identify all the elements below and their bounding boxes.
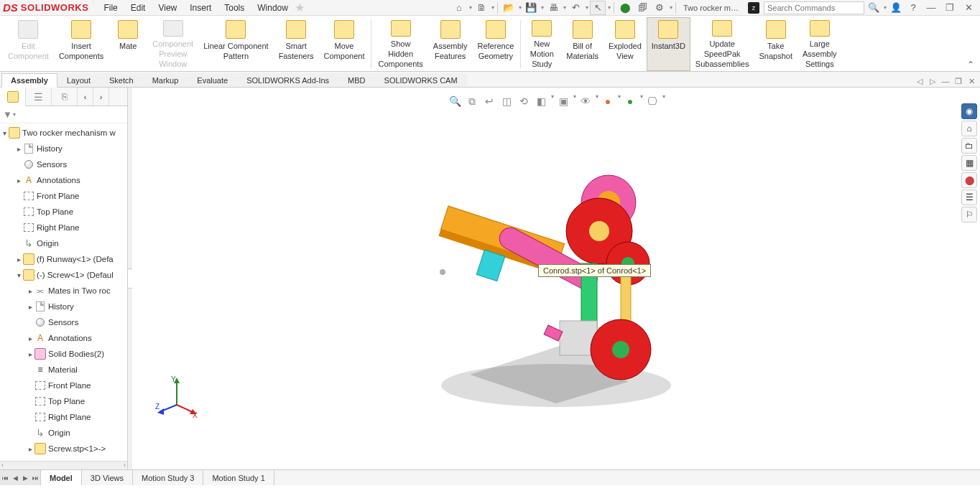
- view-orientation-icon[interactable]: ◧: [533, 93, 549, 109]
- view-settings-icon[interactable]: 🖵: [644, 93, 660, 109]
- cmd-tab-solidworks-cam[interactable]: SOLIDWORKS CAM: [375, 73, 467, 87]
- panel-next[interactable]: ›: [93, 88, 109, 106]
- home-icon[interactable]: ⌂: [451, 1, 467, 15]
- config-tab[interactable]: ⎘: [52, 88, 78, 106]
- ribbon-reference[interactable]: ReferenceGeometry: [473, 17, 519, 71]
- next-icon[interactable]: ▶: [20, 474, 30, 482]
- forum-icon[interactable]: ⚐: [961, 207, 977, 223]
- select-icon[interactable]: ↖: [590, 1, 606, 15]
- cmd-tab-mbd[interactable]: MBD: [338, 73, 374, 87]
- custom-props-icon[interactable]: ☰: [961, 189, 977, 205]
- feature-tree-tab[interactable]: [0, 88, 26, 106]
- previous-view-icon[interactable]: ↩: [481, 93, 497, 109]
- view-palette-icon[interactable]: ▦: [961, 155, 977, 171]
- tree-node[interactable]: ▸AAnnotations: [0, 172, 127, 188]
- solidworks-resources-icon[interactable]: ◉: [961, 103, 977, 119]
- expand-icon[interactable]: ▸: [26, 287, 34, 295]
- filter-dropdown-icon[interactable]: ▾: [13, 111, 16, 118]
- tree-node[interactable]: ▸History: [0, 141, 127, 156]
- zoom-area-icon[interactable]: ⧉: [464, 93, 480, 109]
- ribbon-take[interactable]: TakeSnapshot: [754, 17, 797, 71]
- cmd-tab-solidworks-add-ins[interactable]: SOLIDWORKS Add-Ins: [237, 73, 338, 87]
- tree-node[interactable]: Top Plane: [0, 204, 127, 220]
- ribbon-large[interactable]: LargeAssemblySettings: [798, 17, 842, 71]
- feature-tree[interactable]: ▾Two rocker mechanism w▸HistorySensors▸A…: [0, 123, 127, 461]
- viewport-close-icon[interactable]: ✕: [966, 75, 977, 87]
- tree-node[interactable]: ▸(f) Runway<1> (Defa: [0, 251, 127, 267]
- tree-node[interactable]: Sensors: [0, 156, 127, 172]
- expand-icon[interactable]: ▸: [26, 445, 34, 453]
- tree-node[interactable]: ↳Origin: [0, 235, 127, 251]
- options-icon[interactable]: ⚙: [652, 1, 667, 15]
- expand-icon[interactable]: ▸: [26, 350, 34, 358]
- tree-node[interactable]: Top Plane: [0, 393, 127, 409]
- ribbon-exploded[interactable]: ExplodedView: [604, 17, 647, 71]
- new-icon[interactable]: 🗎: [473, 1, 489, 15]
- viewport-next-icon[interactable]: ▷: [927, 75, 938, 87]
- open-icon[interactable]: 📂: [501, 1, 517, 15]
- tree-node[interactable]: ▾(-) Screw<1> (Defaul: [0, 267, 127, 283]
- expand-icon[interactable]: ▸: [14, 256, 23, 263]
- tree-root[interactable]: ▾Two rocker mechanism w: [0, 125, 127, 141]
- tree-node[interactable]: Front Plane: [0, 188, 127, 204]
- expand-icon[interactable]: ▸: [26, 334, 34, 342]
- window-close[interactable]: ✕: [960, 1, 977, 15]
- ribbon-insert[interactable]: InsertComponents: [54, 17, 108, 71]
- tree-node[interactable]: ↳Origin: [0, 425, 127, 441]
- cmd-tab-markup[interactable]: Markup: [143, 73, 188, 87]
- tree-node[interactable]: ▸Solid Bodies(2): [0, 346, 127, 362]
- ribbon-bill-of[interactable]: Bill ofMaterials: [561, 17, 604, 71]
- expand-icon[interactable]: ▸: [14, 177, 23, 184]
- last-icon[interactable]: ⏭: [30, 474, 40, 482]
- ribbon-new[interactable]: NewMotionStudy: [522, 17, 561, 71]
- menu-view[interactable]: View: [152, 1, 183, 14]
- menu-edit[interactable]: Edit: [124, 1, 152, 14]
- first-icon[interactable]: ⏮: [0, 474, 10, 482]
- bottom-tab-motion-study-1[interactable]: Motion Study 1: [203, 470, 274, 485]
- menu-insert[interactable]: Insert: [183, 1, 218, 14]
- ribbon-instant3d[interactable]: Instant3D: [647, 17, 690, 71]
- rebuild-icon[interactable]: ⬤: [617, 1, 633, 15]
- cmd-tab-assembly[interactable]: Assembly: [1, 73, 57, 88]
- ribbon-show[interactable]: ShowHiddenComponents: [373, 17, 427, 71]
- save-icon[interactable]: 💾: [523, 1, 539, 15]
- graphics-viewport[interactable]: 🔍 ⧉ ↩ ◫ ⟲ ◧▾ ▣▾ 👁▾ ●▾ ●▾ 🖵▾ ◉ ⌂ 🗀 ▦ ⬤ ☰ …: [132, 88, 980, 469]
- expand-icon[interactable]: ▾: [14, 271, 23, 279]
- ribbon-linear-component[interactable]: Linear ComponentPattern: [198, 17, 274, 71]
- window-minimize[interactable]: —: [923, 1, 940, 15]
- user-icon[interactable]: 👤: [888, 1, 904, 15]
- bottom-tab-model[interactable]: Model: [41, 470, 82, 485]
- ribbon-collapse-icon[interactable]: ⌃: [967, 60, 974, 70]
- hide-show-icon[interactable]: 👁: [578, 93, 593, 109]
- help-icon[interactable]: ?: [905, 1, 921, 15]
- viewport-minimize-icon[interactable]: —: [940, 75, 951, 87]
- undo-icon[interactable]: ↶: [568, 1, 583, 15]
- tree-node[interactable]: ▸⫘Mates in Two roc: [0, 283, 127, 299]
- expand-icon[interactable]: ▾: [0, 129, 9, 137]
- menu-file[interactable]: File: [97, 1, 124, 14]
- viewport-restore-icon[interactable]: ❐: [953, 75, 964, 87]
- appearances-icon[interactable]: ⬤: [961, 172, 977, 188]
- apply-scene-icon[interactable]: ●: [622, 93, 638, 109]
- tree-node[interactable]: Right Plane: [0, 409, 127, 425]
- tree-node[interactable]: Front Plane: [0, 378, 127, 393]
- search-input[interactable]: [764, 1, 864, 14]
- design-library-icon[interactable]: ⌂: [961, 121, 977, 136]
- tree-node[interactable]: ▸Screw.stp<1>->: [0, 441, 127, 456]
- prev-icon[interactable]: ◀: [10, 474, 20, 482]
- orientation-triad[interactable]: Y X Z: [155, 376, 198, 419]
- options-file-icon[interactable]: 🗐: [634, 1, 650, 15]
- ribbon-smart[interactable]: SmartFasteners: [274, 17, 319, 71]
- zoom-fit-icon[interactable]: 🔍: [447, 93, 463, 109]
- property-tab[interactable]: ☰: [26, 88, 52, 106]
- display-style-icon[interactable]: ▣: [555, 93, 571, 109]
- cmd-tab-layout[interactable]: Layout: [57, 73, 100, 87]
- ribbon-assembly[interactable]: AssemblyFeatures: [428, 17, 473, 71]
- tree-h-scrollbar[interactable]: ‹›: [0, 461, 127, 469]
- section-view-icon[interactable]: ◫: [499, 93, 514, 109]
- tree-node[interactable]: Sensors: [0, 314, 127, 330]
- viewport-prev-icon[interactable]: ◁: [914, 75, 925, 87]
- menu-tools[interactable]: Tools: [218, 1, 251, 14]
- edit-appearance-icon[interactable]: ●: [600, 93, 616, 109]
- search-icon[interactable]: 🔍: [866, 1, 882, 15]
